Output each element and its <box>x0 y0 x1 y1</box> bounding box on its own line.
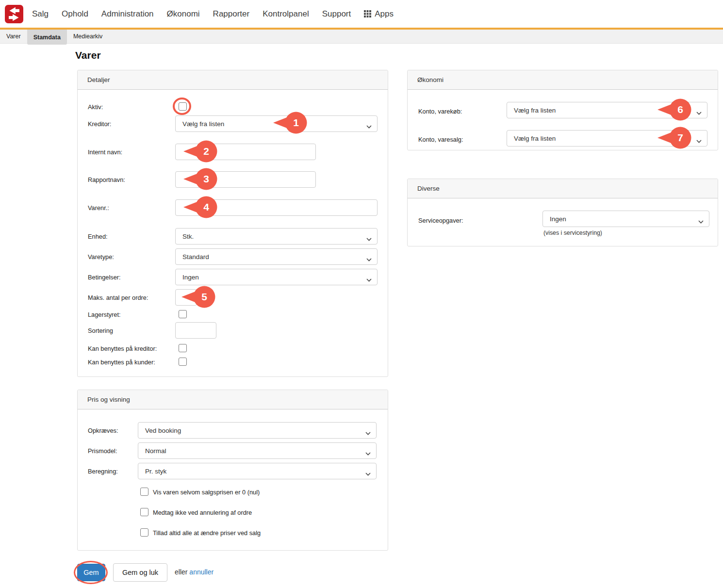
panel-okonomi-title: Økonomi <box>408 70 718 90</box>
chevron-down-icon <box>365 429 371 437</box>
panel-diverse-title: Diverse <box>408 179 718 198</box>
beregning-select-value: Pr. styk <box>145 468 166 475</box>
or-cancel-text: eller annuller <box>175 568 214 576</box>
panel-okonomi: Økonomi Konto, varekøb: Vælg fra listen … <box>407 70 718 150</box>
enhed-select[interactable]: Stk. <box>175 228 378 245</box>
konto-varesalg-label: Konto, varesalg: <box>418 136 463 143</box>
kan-benyttes-kunder-label: Kan benyttes på kunder: <box>88 359 155 366</box>
kan-benyttes-kreditor-checkbox[interactable] <box>179 344 187 352</box>
prismodel-label: Prismodel: <box>88 447 117 455</box>
cancel-link[interactable]: annuller <box>189 568 214 576</box>
nav-item-salg[interactable]: Salg <box>32 9 49 19</box>
serviceopgaver-note: (vises i servicestyring) <box>543 229 602 236</box>
apps-label: Apps <box>375 9 394 19</box>
nav-item-support[interactable]: Support <box>322 9 351 19</box>
serviceopgaver-label: Serviceopgaver: <box>418 217 463 224</box>
varenr-label: Varenr.: <box>88 204 109 212</box>
opkraeves-select[interactable]: Ved booking <box>138 422 377 439</box>
nav-item-okonomi[interactable]: Økonomi <box>167 9 200 19</box>
konto-varesalg-select[interactable]: Vælg fra listen <box>507 130 707 147</box>
serviceopgaver-select-value: Ingen <box>550 215 566 223</box>
medtag-ikke-checkbox[interactable] <box>140 508 148 516</box>
opkraeves-label: Opkræves: <box>88 427 118 434</box>
page: Salg Ophold Administration Økonomi Rappo… <box>0 0 723 588</box>
opkraeves-select-value: Ved booking <box>145 427 181 434</box>
apps-grid-icon <box>364 10 371 17</box>
panel-pris-og-visning: Pris og visning Opkræves: Ved booking Pr… <box>77 390 388 551</box>
tab-mediearkiv[interactable]: Mediearkiv <box>67 30 109 43</box>
lagerstyret-checkbox[interactable] <box>179 310 187 318</box>
varetype-label: Varetype: <box>88 253 114 261</box>
konto-varekob-label: Konto, varekøb: <box>418 108 462 115</box>
konto-varesalg-select-value: Vælg fra listen <box>514 135 556 142</box>
nav-item-administration[interactable]: Administration <box>101 9 154 19</box>
sortering-label: Sortering <box>88 327 113 334</box>
chevron-down-icon <box>366 123 372 130</box>
prismodel-select-value: Normal <box>145 447 166 455</box>
tillad-altid-label: Tillad altid alle at ændre priser ved sa… <box>153 529 261 537</box>
kreditor-select[interactable]: Vælg fra listen <box>175 115 378 132</box>
kan-benyttes-kunder-checkbox[interactable] <box>179 358 187 366</box>
sortering-input[interactable] <box>175 322 216 339</box>
medtag-ikke-label: Medtag ikke ved annulering af ordre <box>153 509 252 516</box>
panel-pris-og-visning-title: Pris og visning <box>78 390 388 409</box>
chevron-down-icon <box>696 109 702 116</box>
aktiv-label: Aktiv: <box>88 103 103 111</box>
varenr-input[interactable] <box>175 199 378 216</box>
rapportnavn-input[interactable] <box>175 171 316 188</box>
konto-varekob-select[interactable]: Vælg fra listen <box>507 102 707 118</box>
aktiv-checkbox[interactable] <box>179 102 187 111</box>
serviceopgaver-select[interactable]: Ingen <box>542 211 709 227</box>
betingelser-select[interactable]: Ingen <box>175 269 378 285</box>
tillad-altid-checkbox[interactable] <box>140 528 148 537</box>
panel-detaljer: Detaljer Aktiv: Kreditor: Vælg fra liste… <box>77 70 388 377</box>
save-button[interactable]: Gem <box>77 564 105 581</box>
main-nav: Salg Ophold Administration Økonomi Rappo… <box>32 9 394 19</box>
panel-detaljer-title: Detaljer <box>78 70 388 90</box>
chevron-down-icon <box>366 276 372 283</box>
tab-stamdata[interactable]: Stamdata <box>27 30 67 45</box>
betingelser-label: Betingelser: <box>88 274 121 281</box>
varetype-select-value: Standard <box>182 253 209 261</box>
nav-item-kontrolpanel[interactable]: Kontrolpanel <box>263 9 309 19</box>
beregning-label: Beregning: <box>88 468 118 475</box>
beregning-select[interactable]: Pr. styk <box>138 463 377 479</box>
rapportnavn-label: Rapportnavn: <box>88 176 125 183</box>
vis-varen-label: Vis varen selvom salgsprisen er 0 (nul) <box>153 489 260 496</box>
prismodel-select[interactable]: Normal <box>138 442 377 459</box>
chevron-down-icon <box>365 470 371 477</box>
lagerstyret-label: Lagerstyret: <box>88 311 121 318</box>
tab-varer[interactable]: Varer <box>0 30 27 43</box>
content-area: Varer Detaljer Aktiv: Kreditor: Vælg fra… <box>0 44 723 586</box>
panel-diverse: Diverse Serviceopgaver: Ingen (vises i s… <box>407 179 718 246</box>
nav-item-rapporter[interactable]: Rapporter <box>213 9 250 19</box>
nav-item-apps[interactable]: Apps <box>364 9 394 19</box>
maks-antal-input[interactable] <box>175 289 197 306</box>
betingelser-select-value: Ingen <box>182 274 199 281</box>
kan-benyttes-kreditor-label: Kan benyttes på kreditor: <box>88 345 157 352</box>
kreditor-select-value: Vælg fra listen <box>182 120 224 128</box>
enhed-select-value: Stk. <box>182 233 194 240</box>
chevron-down-icon <box>365 450 371 457</box>
or-label: eller <box>175 568 187 576</box>
internt-navn-input[interactable] <box>175 144 316 160</box>
chevron-down-icon <box>366 256 372 263</box>
chevron-down-icon <box>696 137 702 145</box>
vis-varen-checkbox[interactable] <box>140 488 148 496</box>
enhed-label: Enhed: <box>88 233 108 240</box>
nav-item-ophold[interactable]: Ophold <box>62 9 88 19</box>
tab-bar: Varer Stamdata Mediearkiv <box>0 30 723 44</box>
internt-navn-label: Internt navn: <box>88 148 122 156</box>
app-logo-icon[interactable] <box>5 5 23 23</box>
kreditor-label: Kreditor: <box>88 120 111 128</box>
page-title: Varer <box>75 49 101 61</box>
konto-varekob-select-value: Vælg fra listen <box>514 107 556 114</box>
top-nav: Salg Ophold Administration Økonomi Rappo… <box>0 0 723 30</box>
chevron-down-icon <box>698 218 704 225</box>
save-and-close-button[interactable]: Gem og luk <box>113 563 167 582</box>
chevron-down-icon <box>366 235 372 243</box>
maks-antal-label: Maks. antal per ordre: <box>88 294 148 301</box>
varetype-select[interactable]: Standard <box>175 248 378 265</box>
